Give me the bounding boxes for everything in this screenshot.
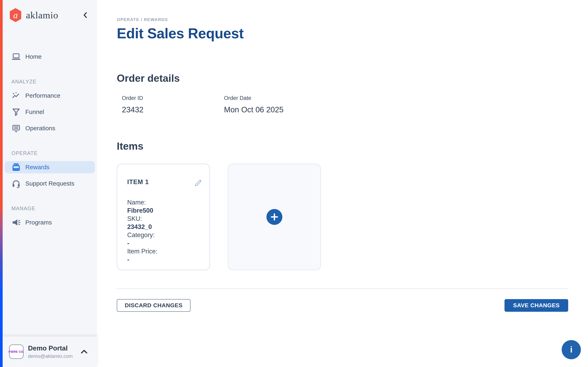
portal-info: Demo Portal demo@aklamio.com bbox=[28, 344, 73, 359]
order-date-field: Order Date Mon Oct 06 2025 bbox=[224, 95, 326, 114]
item-sku-value: 23432_0 bbox=[127, 223, 203, 231]
item-sku-label: SKU: bbox=[127, 215, 203, 223]
funnel-icon bbox=[11, 107, 21, 117]
order-date-label: Order Date bbox=[224, 95, 326, 101]
nav-section-manage: MANAGE bbox=[11, 206, 95, 211]
actions-row: DISCARD CHANGES SAVE CHANGES bbox=[117, 299, 568, 312]
sidebar-nav: Home ANALYZE Performance bbox=[3, 30, 97, 229]
sidebar-item-label: Home bbox=[25, 53, 42, 60]
logo-letter: a bbox=[9, 8, 22, 22]
plus-icon bbox=[270, 212, 279, 222]
page-title: Edit Sales Request bbox=[117, 25, 588, 42]
order-details-fields: Order ID 23432 Order Date Mon Oct 06 202… bbox=[117, 95, 588, 114]
nav-section-operate: OPERATE bbox=[11, 150, 95, 156]
item-name-label: Name: bbox=[127, 198, 203, 207]
megaphone-icon bbox=[11, 218, 21, 227]
items-heading: Items bbox=[117, 140, 588, 152]
portal-switcher[interactable]: FIBRE CO. Demo Portal demo@aklamio.com bbox=[3, 336, 97, 367]
sidebar-item-label: Support Requests bbox=[25, 180, 74, 187]
item-card: ITEM 1 Name: Fibre500 SKU: 234 bbox=[117, 164, 210, 270]
app-root: a aklamio Home bbox=[0, 0, 588, 367]
headphones-icon bbox=[11, 179, 21, 188]
item-price-label: Item Price: bbox=[127, 247, 203, 256]
order-date-value: Mon Oct 06 2025 bbox=[224, 105, 326, 114]
sidebar-collapse-button[interactable] bbox=[81, 10, 90, 20]
order-id-value: 23432 bbox=[122, 105, 224, 114]
logo-wordmark: aklamio bbox=[26, 9, 58, 21]
brand-gradient-bar bbox=[0, 0, 3, 367]
sidebar-item-label: Rewards bbox=[25, 164, 49, 171]
sidebar-item-label: Programs bbox=[25, 219, 52, 226]
item-category-label: Category: bbox=[127, 231, 203, 239]
item-price-value: - bbox=[127, 256, 203, 264]
item-card-details: Name: Fibre500 SKU: 23432_0 Category: - … bbox=[127, 198, 203, 264]
portal-menu-button[interactable] bbox=[79, 347, 89, 356]
main-content: OPERATE / REWARDS Edit Sales Request Ord… bbox=[97, 0, 588, 367]
sidebar-item-label: Operations bbox=[25, 125, 55, 132]
sidebar-header: a aklamio bbox=[3, 0, 97, 30]
item-card-header: ITEM 1 bbox=[127, 178, 203, 188]
portal-avatar-text: FIBRE CO. bbox=[9, 350, 24, 353]
discard-changes-button[interactable]: DISCARD CHANGES bbox=[117, 299, 190, 312]
sidebar-item-programs[interactable]: Programs bbox=[5, 216, 95, 229]
item-name-value: Fibre500 bbox=[127, 207, 203, 215]
item-card-title: ITEM 1 bbox=[127, 178, 149, 186]
sidebar-item-label: Funnel bbox=[25, 108, 44, 115]
sidebar-item-home[interactable]: Home bbox=[5, 50, 95, 63]
nav-section-analyze: ANALYZE bbox=[11, 79, 95, 85]
performance-chart-icon bbox=[11, 91, 21, 100]
portal-email: demo@aklamio.com bbox=[28, 353, 73, 359]
aklamio-logo-icon: a bbox=[9, 8, 22, 22]
info-button[interactable]: i bbox=[562, 340, 581, 359]
sidebar: a aklamio Home bbox=[3, 0, 97, 367]
order-id-label: Order ID bbox=[122, 95, 224, 101]
chevron-left-icon bbox=[81, 10, 90, 20]
sidebar-item-support-requests[interactable]: Support Requests bbox=[5, 177, 95, 190]
sidebar-item-performance[interactable]: Performance bbox=[5, 90, 95, 102]
pencil-icon bbox=[193, 178, 203, 188]
portal-name: Demo Portal bbox=[28, 344, 73, 352]
breadcrumb: OPERATE / REWARDS bbox=[117, 17, 588, 22]
sidebar-item-label: Performance bbox=[25, 92, 61, 99]
operations-monitor-icon bbox=[11, 124, 21, 133]
add-item-card[interactable] bbox=[228, 164, 321, 270]
order-details-heading: Order details bbox=[117, 72, 588, 84]
chevron-up-icon bbox=[79, 347, 89, 356]
item-category-value: - bbox=[127, 239, 203, 247]
save-changes-button[interactable]: SAVE CHANGES bbox=[504, 299, 568, 312]
order-id-field: Order ID 23432 bbox=[122, 95, 224, 114]
sidebar-item-operations[interactable]: Operations bbox=[5, 122, 95, 134]
edit-item-button[interactable] bbox=[193, 178, 203, 188]
actions-divider bbox=[117, 289, 568, 289]
sidebar-item-funnel[interactable]: Funnel bbox=[5, 106, 95, 118]
portal-avatar: FIBRE CO. bbox=[9, 345, 24, 359]
items-cards-row: ITEM 1 Name: Fibre500 SKU: 234 bbox=[117, 164, 588, 270]
sidebar-item-rewards[interactable]: Rewards bbox=[5, 161, 95, 173]
gift-icon bbox=[11, 162, 21, 172]
laptop-icon bbox=[11, 52, 21, 61]
add-item-button[interactable] bbox=[267, 209, 282, 225]
